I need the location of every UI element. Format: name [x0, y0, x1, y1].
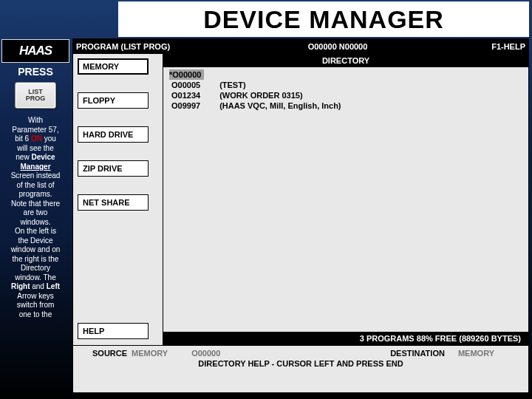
- device-memory[interactable]: MEMORY: [78, 58, 149, 75]
- source-label: SOURCE: [92, 349, 127, 358]
- file-row[interactable]: O00005 (TEST): [169, 80, 522, 90]
- header-help-hint: F1-HELP: [474, 42, 525, 51]
- device-zip-drive[interactable]: ZIP DRIVE: [78, 160, 149, 177]
- destination-label: DESTINATION: [390, 349, 445, 358]
- footer-help-line: DIRECTORY HELP - CURSOR LEFT AND PRESS E…: [73, 358, 528, 368]
- device-floppy[interactable]: FLOPPY: [78, 92, 149, 109]
- instruction-sidebar: PRESS LIST PROG With Parameter 57, bit 6…: [0, 64, 71, 399]
- file-row[interactable]: *O00000: [169, 69, 522, 80]
- device-net-share[interactable]: NET SHARE: [78, 194, 149, 211]
- help-button[interactable]: HELP: [78, 323, 149, 339]
- file-row[interactable]: O09997 (HAAS VQC, Mill, English, Inch): [169, 100, 522, 111]
- header-program-number: O00000 N00000: [202, 42, 474, 51]
- device-column[interactable]: MEMORY FLOPPY HARD DRIVE ZIP DRIVE NET S…: [73, 54, 163, 345]
- list-prog-key-label: LIST PROG: [26, 89, 46, 102]
- status-line: 3 PROGRAMS 88% FREE (889260 BYTES): [163, 332, 528, 345]
- press-label: PRESS: [0, 66, 71, 78]
- slide-title: DEVICE MANAGER: [118, 1, 529, 37]
- list-prog-key: LIST PROG: [15, 82, 56, 109]
- screen-footer: SOURCE MEMORY O00000 DESTINATION MEMORY …: [73, 345, 528, 392]
- haas-logo-text: HAAS: [19, 44, 52, 58]
- source-value: MEMORY: [132, 349, 168, 358]
- source-program: O00000: [191, 349, 220, 358]
- file-row[interactable]: O01234 (WORK ORDER 0315): [169, 90, 522, 100]
- screen-header: PROGRAM (LIST PROG) O00000 N00000 F1-HEL…: [73, 39, 528, 54]
- haas-logo: HAAS: [1, 39, 69, 63]
- directory-panel[interactable]: *O00000 O00005 (TEST) O01234 (WORK ORDER…: [163, 67, 528, 345]
- device-hard-drive[interactable]: HARD DRIVE: [78, 126, 149, 143]
- instruction-text: With Parameter 57, bit 6 ON you will see…: [0, 116, 71, 319]
- cnc-screen: PROGRAM (LIST PROG) O00000 N00000 F1-HEL…: [72, 38, 529, 393]
- header-mode: PROGRAM (LIST PROG): [76, 42, 202, 51]
- file-list: *O00000 O00005 (TEST) O01234 (WORK ORDER…: [163, 67, 528, 113]
- destination-value: MEMORY: [458, 349, 494, 358]
- directory-header: DIRECTORY: [163, 54, 528, 67]
